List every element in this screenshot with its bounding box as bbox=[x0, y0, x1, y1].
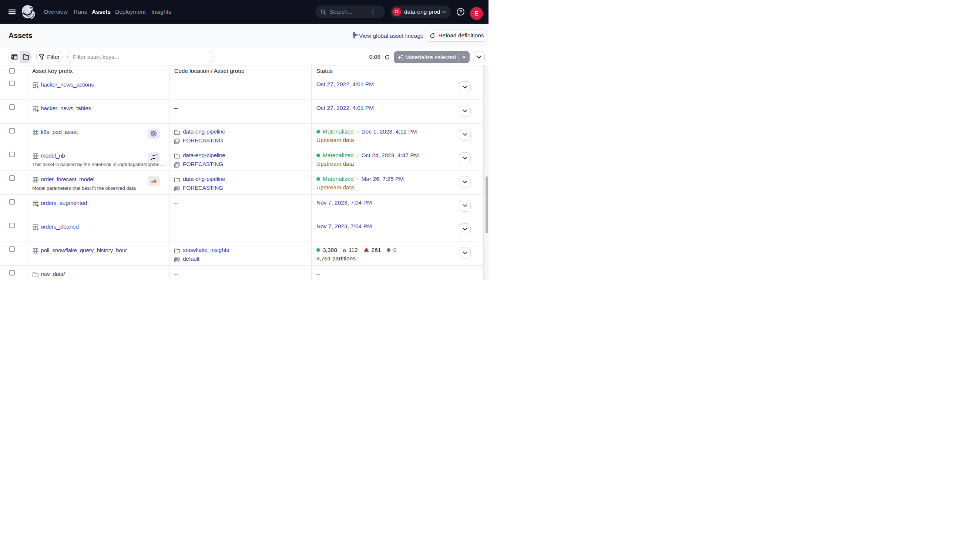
svg-text:?: ? bbox=[459, 9, 462, 15]
